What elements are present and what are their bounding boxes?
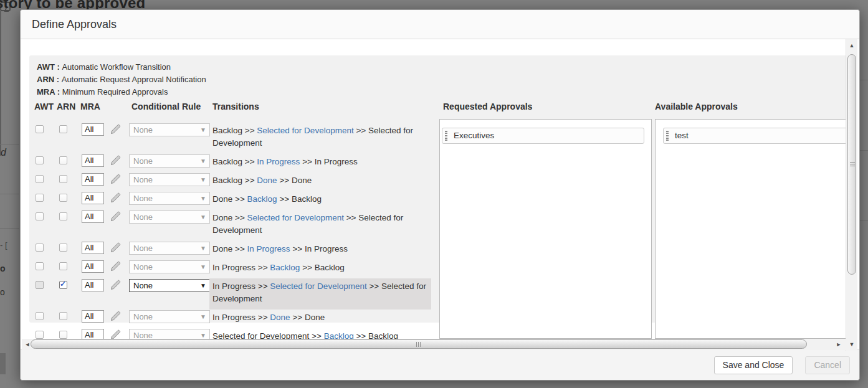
arn-checkbox[interactable] [59,194,67,202]
arn-checkbox[interactable] [59,175,67,183]
column-header-mra: MRA [80,102,100,111]
transition-label: In Progress >> Done >> Done [209,310,431,328]
awt-checkbox[interactable] [36,262,44,270]
edit-pencil-icon[interactable] [110,155,122,166]
arn-checkbox[interactable] [59,331,67,339]
edit-pencil-icon[interactable] [110,174,122,184]
scroll-down-arrow-icon[interactable]: ▼ [846,341,857,348]
transition-row: All None ▼ Done >> In Progress >> In Pro… [29,241,441,260]
transition-label: Backlog >> Done >> Done [209,173,431,191]
awt-checkbox[interactable] [36,312,44,320]
dialog-header: Define Approvals [21,10,859,39]
awt-checkbox[interactable] [36,331,44,339]
awt-checkbox[interactable] [36,156,44,164]
horizontal-scrollbar[interactable]: ◄ ► [22,339,847,350]
column-header-requested-approvals: Requested Approvals [443,102,532,111]
transition-name-link[interactable]: In Progress [257,157,300,166]
transition-label: Done >> Backlog >> Backlog [209,191,431,210]
chevron-down-icon: ▼ [200,311,206,323]
save-and-close-button[interactable]: Save and Close [714,356,793,374]
arn-checkbox[interactable] [59,212,67,220]
awt-checkbox[interactable] [36,212,44,220]
conditional-rule-select[interactable]: None ▼ [129,310,210,323]
conditional-rule-select[interactable]: None ▼ [129,211,210,224]
transition-name-link[interactable]: Selected for Development [270,282,366,291]
transitions-table-body: All None ▼ Backlog >> Selected for Devel… [29,123,441,347]
transition-name-link[interactable]: Done [257,176,277,185]
mra-input[interactable]: All [82,242,104,254]
edit-pencil-icon[interactable] [110,211,122,222]
conditional-rule-select[interactable]: None ▼ [129,260,210,273]
awt-checkbox[interactable] [36,194,44,202]
dialog-scroll-viewport: AWT : Automatic Workflow TransitionARN :… [21,39,847,351]
background-text-fragment: o [0,287,5,297]
mra-input[interactable]: All [82,173,104,186]
transition-label: Backlog >> In Progress >> In Progress [209,154,431,173]
transition-label: Done >> In Progress >> In Progress [209,241,431,260]
requested-approvals-panel[interactable]: Executives [439,119,652,339]
edit-pencil-icon[interactable] [110,280,122,290]
awt-checkbox[interactable] [36,244,44,252]
transition-name-link[interactable]: Done [270,313,290,322]
edit-pencil-icon[interactable] [110,242,122,253]
edit-pencil-icon[interactable] [110,192,122,203]
edit-pencil-icon[interactable] [110,311,122,321]
chevron-down-icon: ▼ [200,280,206,291]
arn-checkbox[interactable] [59,312,67,320]
background-row-line [860,150,868,151]
arn-checkbox[interactable] [59,262,67,270]
transition-row: All None ▼ Backlog >> Done >> Done [29,173,441,191]
mra-input[interactable]: All [82,310,104,323]
mra-input[interactable]: All [82,260,104,273]
transition-name-link[interactable]: Selected for Development [257,126,353,135]
column-header-available-approvals: Available Approvals [655,102,738,111]
edit-pencil-icon[interactable] [110,261,122,272]
arn-checkbox[interactable] [59,244,67,252]
arn-checkbox[interactable] [59,281,67,289]
transition-name-link[interactable]: Backlog [270,263,300,272]
column-header-transitions: Transitions [212,102,259,111]
scroll-right-arrow-icon[interactable]: ► [836,341,842,348]
awt-checkbox[interactable] [36,175,44,183]
dialog-title: Define Approvals [21,10,859,39]
transition-name-link[interactable]: Selected for Development [247,213,344,222]
approval-item[interactable]: Executives [442,128,644,144]
drag-handle-icon [666,131,669,141]
define-approvals-dialog: Define Approvals AWT : Automatic Workflo… [20,9,860,381]
mra-input[interactable]: All [82,123,104,136]
column-header-arn: ARN [57,102,75,111]
conditional-rule-select[interactable]: None ▼ [129,154,210,168]
transition-row: All None ▼ In Progress >> Selected for D… [29,278,441,310]
background-row-line [860,80,868,80]
legend-line: MRA : Minimum Required Approvals [37,86,206,98]
arn-checkbox[interactable] [59,125,67,133]
conditional-rule-select[interactable]: None ▼ [129,173,210,186]
vertical-scrollbar[interactable]: ▲ ▼ [846,39,857,351]
conditional-rule-select[interactable]: None ▼ [129,192,210,205]
cancel-button[interactable]: Cancel [805,356,850,374]
mra-input[interactable]: All [82,192,104,204]
transition-row: All None ▼ Done >> Backlog >> Backlog [29,191,441,210]
available-approvals-panel[interactable]: test [655,119,847,339]
horizontal-scrollbar-thumb[interactable] [31,339,807,349]
approval-item[interactable]: test [663,128,847,144]
scroll-left-arrow-icon[interactable]: ◄ [24,341,31,348]
mra-input[interactable]: All [82,154,104,167]
mra-input[interactable]: All [82,211,104,223]
conditional-rule-select[interactable]: None ▼ [129,123,210,136]
arn-checkbox[interactable] [59,156,67,164]
transition-name-link[interactable]: Backlog [247,194,277,204]
background-panel-border [0,11,1,156]
awt-checkbox[interactable] [36,281,44,289]
chevron-down-icon: ▼ [200,174,206,186]
transition-name-link[interactable]: In Progress [247,244,290,253]
column-header-conditional-rule: Conditional Rule [131,102,201,111]
awt-checkbox[interactable] [36,125,44,133]
mra-input[interactable]: All [82,279,104,291]
scroll-up-arrow-icon[interactable]: ▲ [846,42,857,49]
conditional-rule-value: None [133,194,153,203]
vertical-scrollbar-thumb[interactable] [847,54,856,275]
edit-pencil-icon[interactable] [110,124,122,135]
conditional-rule-select[interactable]: None ▼ [129,242,210,255]
conditional-rule-select[interactable]: None ▼ [129,279,210,292]
